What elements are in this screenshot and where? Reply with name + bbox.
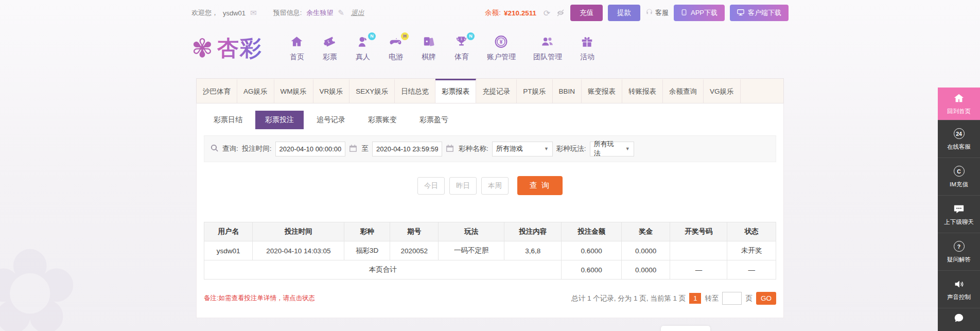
svg-text:1: 1 — [461, 37, 463, 41]
sidebar-item-chat[interactable]: 上下级聊天 — [938, 196, 980, 233]
customer-service-label: 客服 — [655, 8, 669, 18]
rose-logo-icon: ✾ — [191, 36, 213, 61]
summary-prize-total: 0.0000 — [621, 260, 670, 280]
tab-pt[interactable]: PT娱乐 — [517, 79, 552, 103]
nav-badge-n: N — [467, 32, 475, 40]
customer-service-link[interactable]: 客服 — [645, 8, 669, 18]
nav-item-live[interactable]: N 真人 — [355, 36, 371, 62]
bet-time-to-input[interactable] — [372, 142, 442, 156]
nav-item-promotions[interactable]: 活动 — [580, 36, 595, 62]
logout-link[interactable]: 退出 — [351, 8, 364, 18]
tab-vr[interactable]: VR娱乐 — [313, 79, 350, 103]
game-select[interactable]: 所有游戏 ▼ — [492, 142, 553, 156]
cell-bet-content: 3,6,8 — [504, 241, 562, 260]
reserved-info-label: 预留信息: — [273, 8, 302, 18]
sidebar-item-im-recharge[interactable]: C IM充值 — [938, 158, 980, 196]
eye-off-icon[interactable] — [556, 9, 565, 18]
play-type-label: 彩种玩法: — [556, 144, 586, 153]
this-week-button[interactable]: 本周 — [481, 177, 509, 195]
client-download-label: 客户端下载 — [748, 8, 781, 18]
sub-tabbar: 彩票日结 彩票投注 追号记录 彩票账变 彩票盈亏 — [204, 111, 776, 129]
subtab-lottery-account-change[interactable]: 彩票账变 — [358, 111, 407, 129]
col-prize: 奖金 — [621, 222, 670, 241]
query-bar: 查询: 投注时间: 至 彩种名称: 所有游戏 ▼ 彩种玩法: 所有玩法 ▼ — [204, 135, 776, 162]
tab-bbin[interactable]: BBIN — [553, 79, 582, 103]
speaker-icon — [953, 278, 965, 290]
home-icon — [953, 92, 965, 104]
floating-sidebar: 回到首页 24 在线客服 C IM充值 上下级聊天 ? 疑问解答 声音控制 — [938, 88, 980, 331]
welcome-label: 欢迎您， — [191, 8, 218, 18]
sidebar-item-faq[interactable]: ? 疑问解答 — [938, 233, 980, 271]
withdraw-button[interactable]: 提款 — [608, 5, 640, 21]
nav-label: 电游 — [389, 53, 403, 62]
play-type-select[interactable]: 所有玩法 ▼ — [590, 142, 634, 156]
chevron-down-icon: ▼ — [544, 146, 549, 151]
chat-dots-icon — [953, 203, 965, 215]
tab-lottery-report[interactable]: 彩票报表 — [435, 79, 476, 103]
today-button[interactable]: 今日 — [417, 177, 445, 195]
tab-wm[interactable]: WM娱乐 — [274, 79, 313, 103]
refresh-icon[interactable]: ⟳ — [542, 9, 551, 18]
nav-item-lottery[interactable]: 彩票 — [322, 36, 338, 62]
nav-item-poker[interactable]: 棋牌 — [421, 36, 436, 62]
cell-username: ysdw01 — [204, 241, 253, 260]
summary-bet-total: 0.6000 — [562, 260, 622, 280]
summary-dash: — — [670, 260, 727, 280]
sidebar-item-label: IM充值 — [950, 181, 968, 188]
tab-transfer-report[interactable]: 转账报表 — [622, 79, 663, 103]
tab-deposit-withdraw-record[interactable]: 充提记录 — [476, 79, 517, 103]
tab-shaba-sports[interactable]: 沙巴体育 — [197, 79, 237, 103]
envelope-icon[interactable]: ✉ — [250, 8, 257, 18]
site-logo[interactable]: ✾ 杏彩 — [191, 34, 262, 63]
cell-status-link[interactable]: 未开奖 — [727, 241, 776, 260]
tab-daily-summary[interactable]: 日结总览 — [395, 79, 435, 103]
recharge-button[interactable]: 充值 — [570, 5, 603, 21]
im-recharge-icon: C — [953, 165, 965, 178]
coin-icon: ¥ — [494, 35, 508, 50]
subtab-lottery-bets[interactable]: 彩票投注 — [255, 111, 304, 129]
nav-item-team[interactable]: 团队管理 — [533, 36, 562, 62]
reserved-info-value: 余生独望 — [306, 8, 333, 18]
subtab-lottery-profit[interactable]: 彩票盈亏 — [410, 111, 458, 129]
sidebar-item-sound-control[interactable]: 声音控制 — [938, 271, 980, 308]
site-header: ✾ 杏彩 首页 彩票 N 真人 H 电游 — [0, 26, 980, 71]
cell-play: 一码不定胆 — [439, 241, 504, 260]
page-number-input[interactable] — [722, 292, 742, 305]
sidebar-item-back-home[interactable]: 回到首页 — [938, 88, 980, 120]
nav-item-sports[interactable]: 1 N 体育 — [454, 36, 469, 62]
tab-sexy[interactable]: SEXY娱乐 — [349, 79, 395, 103]
subtab-chase-record[interactable]: 追号记录 — [307, 111, 355, 129]
tab-balance-query[interactable]: 余额查询 — [663, 79, 704, 103]
tab-vg[interactable]: VG娱乐 — [704, 79, 741, 103]
svg-text:¥: ¥ — [500, 38, 503, 44]
subtab-lottery-daily[interactable]: 彩票日结 — [204, 111, 252, 129]
sidebar-item-online-service[interactable]: 24 在线客服 — [938, 120, 980, 158]
home-icon — [290, 35, 304, 50]
nav-item-home[interactable]: 首页 — [289, 36, 305, 62]
bet-time-from-input[interactable] — [275, 142, 345, 156]
pagination: 总计 1 个记录, 分为 1 页, 当前第 1 页 1 转至 页 GO — [571, 292, 776, 305]
calendar-icon[interactable] — [446, 144, 455, 153]
summary-label: 本页合计 — [204, 260, 562, 280]
sidebar-item-chat-bubble[interactable] — [938, 308, 980, 331]
yesterday-button[interactable]: 昨日 — [449, 177, 477, 195]
sidebar-item-label: 疑问解答 — [947, 256, 971, 264]
client-download-button[interactable]: 客户端下载 — [730, 5, 789, 21]
play-type-select-value: 所有玩法 — [594, 140, 620, 158]
calendar-icon[interactable] — [349, 144, 358, 153]
edit-icon[interactable]: ✎ — [338, 8, 344, 18]
report-panel: 彩票日结 彩票投注 追号记录 彩票账变 彩票盈亏 查询: 投注时间: 至 彩种名… — [196, 103, 784, 318]
nav-item-account[interactable]: ¥ 账户管理 — [487, 36, 516, 62]
app-download-label: APP下载 — [691, 8, 717, 18]
page-1-badge[interactable]: 1 — [689, 293, 701, 304]
nav-item-egames[interactable]: H 电游 — [388, 36, 404, 62]
sidebar-item-label: 回到首页 — [947, 108, 971, 115]
app-download-button[interactable]: APP下载 — [674, 5, 725, 21]
query-label: 查询: — [222, 144, 238, 153]
summary-row: 本页合计 0.6000 0.0000 — — — [204, 260, 776, 280]
go-button[interactable]: GO — [756, 292, 776, 305]
tab-ag[interactable]: AG娱乐 — [237, 79, 274, 103]
nav-label: 棋牌 — [422, 53, 436, 62]
tab-account-change-report[interactable]: 账变报表 — [582, 79, 622, 103]
search-button[interactable]: 查 询 — [517, 176, 563, 195]
